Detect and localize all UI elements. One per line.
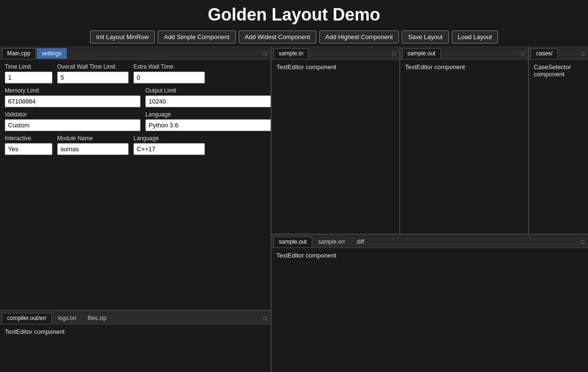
field-interactive: Interactive — [5, 135, 52, 155]
field-module-name: Module Name — [57, 135, 129, 155]
panel-cases: cases/ □ CaseSelector component — [529, 46, 588, 234]
right-bottom-panel: sample.out sample.err diff □ TextEditor … — [272, 235, 588, 372]
interactive-label: Interactive — [5, 135, 52, 142]
tab-compiler-out[interactable]: compiler.out/err — [2, 313, 52, 323]
right-bottom-content: TextEditor component — [272, 248, 588, 372]
tab-files-zip[interactable]: files.zip — [82, 313, 112, 323]
tab-sample-out-top[interactable]: sample.out — [402, 48, 441, 59]
extra-wall-input[interactable] — [133, 72, 205, 83]
validator-input[interactable] — [5, 119, 141, 131]
tab-bottom-diff[interactable]: diff — [351, 237, 369, 247]
expand-icon-left-top[interactable]: □ — [262, 50, 269, 57]
module-name-input[interactable] — [57, 143, 129, 155]
validator-label: Validator — [5, 111, 141, 118]
expand-icon-left-bottom[interactable]: □ — [262, 314, 269, 322]
left-top-tabbar: Main.cpp settings □ — [0, 46, 271, 60]
compiler-out-content: TextEditor component — [0, 324, 271, 372]
sample-out-top-content: TextEditor component — [400, 60, 528, 234]
tab-logs-txt[interactable]: logs.txt — [53, 313, 81, 323]
field-output-limit: Output Limit — [145, 87, 271, 107]
field-validator: Validator — [5, 111, 141, 131]
language2-label: Language — [133, 135, 205, 142]
sample-out-top-tabbar: sample.out □ — [400, 46, 528, 60]
expand-icon-sample-in[interactable]: □ — [390, 50, 397, 57]
left-top-panel: Main.cpp settings □ Time Limit Overall W… — [0, 46, 271, 311]
right-top-area: sample.in □ TextEditor component sample.… — [272, 46, 588, 235]
field-row-3: Validator Language — [5, 111, 266, 131]
field-row-2: Memory Limit Output Limit — [5, 87, 266, 107]
module-name-label: Module Name — [57, 135, 129, 142]
tab-sample-in[interactable]: sample.in — [274, 48, 308, 59]
add-simple-button[interactable]: Add Simple Component — [158, 31, 235, 43]
tab-cases[interactable]: cases/ — [531, 48, 558, 59]
left-bottom-tabbar: compiler.out/err logs.txt files.zip □ — [0, 311, 271, 324]
output-limit-label: Output Limit — [145, 87, 271, 94]
save-layout-button[interactable]: Save Layout — [402, 31, 448, 43]
field-language: Language — [145, 111, 271, 131]
language-input[interactable] — [145, 119, 271, 131]
field-extra-wall: Extra Wall Time — [133, 63, 205, 83]
sample-in-tabbar: sample.in □ — [272, 46, 399, 60]
time-limit-label: Time Limit — [5, 63, 52, 70]
field-language2: Language — [133, 135, 205, 155]
field-row-1: Time Limit Overall Wall Time Limit Extra… — [5, 63, 266, 83]
memory-limit-input[interactable] — [5, 95, 141, 107]
language-label: Language — [145, 111, 271, 118]
tab-main-cpp[interactable]: Main.cpp — [2, 48, 36, 59]
tab-bottom-sample-out[interactable]: sample.out — [274, 237, 312, 247]
cases-content: CaseSelector component — [529, 60, 588, 234]
load-layout-button[interactable]: Load Layout — [452, 31, 498, 43]
overall-wall-label: Overall Wall Time Limit — [57, 63, 129, 70]
time-limit-input[interactable] — [5, 72, 52, 83]
tab-settings[interactable]: settings — [37, 48, 67, 59]
right-panel: sample.in □ TextEditor component sample.… — [272, 46, 588, 372]
expand-icon-sample-out-top[interactable]: □ — [519, 50, 526, 57]
tab-bottom-sample-err[interactable]: sample.err — [313, 237, 351, 247]
field-memory-limit: Memory Limit — [5, 87, 141, 107]
add-widest-button[interactable]: Add Widest Component — [239, 31, 316, 43]
cases-tabbar: cases/ □ — [529, 46, 588, 60]
sample-in-content: TextEditor component — [272, 60, 399, 234]
add-highest-button[interactable]: Add Highest Component — [319, 31, 399, 43]
expand-icon-right-bottom[interactable]: □ — [579, 238, 586, 246]
extra-wall-label: Extra Wall Time — [133, 63, 205, 70]
field-time-limit: Time Limit — [5, 63, 52, 83]
output-limit-input[interactable] — [145, 95, 271, 107]
language2-input[interactable] — [133, 143, 205, 155]
panel-sample-out-top: sample.out □ TextEditor component — [400, 46, 529, 234]
settings-content: Time Limit Overall Wall Time Limit Extra… — [0, 60, 271, 310]
interactive-input[interactable] — [5, 143, 52, 155]
left-bottom-panel: compiler.out/err logs.txt files.zip □ Te… — [0, 311, 271, 372]
main-layout: Main.cpp settings □ Time Limit Overall W… — [0, 46, 588, 372]
field-overall-wall: Overall Wall Time Limit — [57, 63, 129, 83]
toolbar: Init Layout MinRow Add Simple Component … — [0, 29, 588, 46]
init-layout-button[interactable]: Init Layout MinRow — [90, 31, 155, 43]
app-title: Golden Layout Demo — [0, 0, 588, 29]
left-panel: Main.cpp settings □ Time Limit Overall W… — [0, 46, 272, 372]
field-row-4: Interactive Module Name Language — [5, 135, 266, 155]
right-bottom-content-area: TextEditor component — [272, 248, 588, 372]
right-bottom-tabbar: sample.out sample.err diff □ — [272, 235, 588, 248]
expand-icon-cases[interactable]: □ — [579, 50, 586, 57]
overall-wall-input[interactable] — [57, 72, 129, 83]
memory-limit-label: Memory Limit — [5, 87, 141, 94]
panel-sample-in: sample.in □ TextEditor component — [272, 46, 400, 234]
